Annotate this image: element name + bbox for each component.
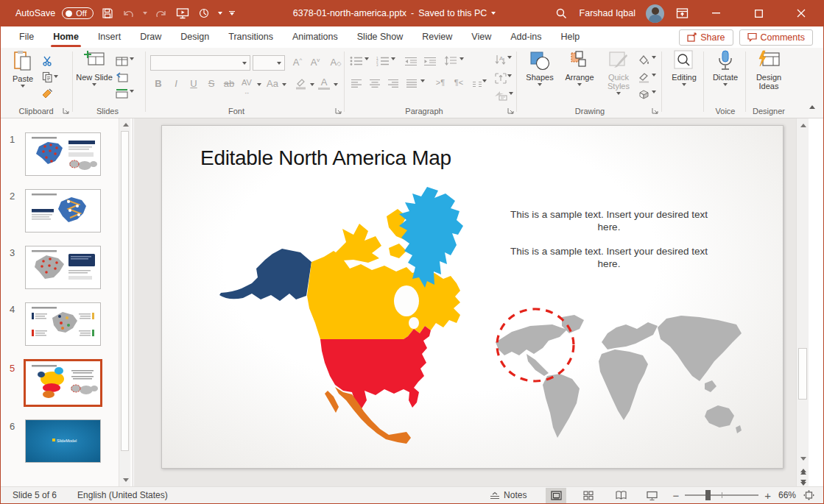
shapes-button[interactable]: Shapes <box>522 50 557 86</box>
zoom-in-button[interactable]: + <box>764 489 771 502</box>
shape-outline-dropdown-icon[interactable] <box>652 74 656 77</box>
sample-text-2[interactable]: This is a sample text. Insert your desir… <box>506 245 712 270</box>
map-alaska[interactable] <box>219 249 311 301</box>
start-from-beginning-icon[interactable] <box>175 6 190 21</box>
convert-smartart-icon[interactable] <box>493 88 509 103</box>
shrink-font-button[interactable]: Av <box>307 57 323 68</box>
numbering-dropdown-icon[interactable] <box>391 57 395 60</box>
undo-dropdown-icon[interactable] <box>143 12 147 15</box>
line-spacing-dropdown-icon[interactable] <box>459 57 464 60</box>
shadow-strike-button[interactable]: S <box>203 78 219 89</box>
zoom-slider-thumb[interactable] <box>705 490 711 500</box>
close-button[interactable] <box>785 0 817 26</box>
tab-design[interactable]: Design <box>171 27 219 47</box>
character-spacing-dropdown-icon[interactable] <box>257 83 261 86</box>
bullets-dropdown-icon[interactable] <box>365 57 369 60</box>
save-status-dropdown-icon[interactable] <box>491 12 496 15</box>
highlight-dropdown-icon[interactable] <box>310 83 314 86</box>
clipboard-dialog-launcher[interactable] <box>63 107 70 115</box>
slide-show-button[interactable] <box>641 488 662 503</box>
shape-effects-dropdown-icon[interactable] <box>652 90 656 93</box>
thumbnail-scrollbar-thumb[interactable] <box>121 131 129 451</box>
tab-slide-show[interactable]: Slide Show <box>348 27 413 47</box>
dictate-button[interactable]: Dictate <box>708 50 743 86</box>
font-dialog-launcher[interactable] <box>335 107 342 115</box>
format-painter-icon[interactable] <box>39 86 55 101</box>
save-icon[interactable] <box>100 6 115 21</box>
avatar[interactable] <box>646 4 664 23</box>
slide-layout-icon[interactable] <box>113 54 130 68</box>
underline-button[interactable]: U <box>186 78 202 89</box>
previous-slide-button[interactable] <box>797 466 809 477</box>
scrollbar-thumb[interactable] <box>798 348 807 400</box>
text-direction-dropdown-icon[interactable] <box>507 56 512 59</box>
tab-home[interactable]: Home <box>43 27 88 47</box>
search-icon[interactable] <box>554 6 569 21</box>
redo-icon[interactable] <box>154 6 169 21</box>
align-text-dropdown-icon[interactable] <box>507 74 512 77</box>
sample-text-1[interactable]: This is a sample text. Insert your desir… <box>506 208 712 233</box>
increase-indent-icon[interactable] <box>422 54 438 68</box>
shape-fill-dropdown-icon[interactable] <box>652 56 656 59</box>
tab-file[interactable]: File <box>10 27 43 47</box>
zoom-out-button[interactable]: − <box>672 489 679 502</box>
reset-slide-icon[interactable] <box>113 70 130 85</box>
change-case-button[interactable]: Aa <box>264 78 281 89</box>
copy-icon[interactable] <box>39 70 55 85</box>
rtl-direction-button[interactable]: ¶< <box>451 78 467 87</box>
font-name-combo[interactable] <box>150 55 250 71</box>
share-button[interactable]: Share <box>679 29 733 46</box>
numbering-icon[interactable]: 123 <box>375 54 391 68</box>
tab-view[interactable]: View <box>462 27 501 47</box>
paste-button[interactable]: Paste <box>8 50 38 88</box>
slide-indicator[interactable]: Slide 5 of 6 <box>13 490 57 500</box>
touch-mouse-mode-icon[interactable] <box>197 6 211 21</box>
world-map[interactable] <box>490 307 744 447</box>
bold-button[interactable]: B <box>150 78 166 89</box>
map-canada-island-4[interactable] <box>389 244 406 258</box>
collapse-ribbon-icon[interactable] <box>809 105 815 109</box>
bullets-icon[interactable] <box>348 54 365 68</box>
shape-fill-icon[interactable] <box>635 52 652 67</box>
tab-draw[interactable]: Draw <box>130 27 171 47</box>
arrange-button[interactable]: Arrange <box>562 50 597 86</box>
editing-button[interactable]: Editing <box>666 50 702 86</box>
copy-dropdown-icon[interactable] <box>54 75 58 78</box>
quick-styles-button[interactable]: Quick Styles <box>602 50 635 95</box>
italic-button[interactable]: I <box>168 78 184 89</box>
map-canada-arctic-islands[interactable] <box>335 224 381 263</box>
minimize-button[interactable] <box>700 0 732 26</box>
design-ideas-button[interactable]: Design Ideas <box>749 50 789 90</box>
slide-vertical-scrollbar[interactable] <box>796 118 809 486</box>
scroll-down-icon[interactable] <box>800 457 806 461</box>
justify-dropdown-icon[interactable] <box>420 79 425 82</box>
change-case-dropdown-icon[interactable] <box>282 83 286 86</box>
fit-slide-to-window-button[interactable] <box>803 490 814 500</box>
tab-help[interactable]: Help <box>552 27 590 47</box>
reading-view-button[interactable] <box>610 488 631 503</box>
cut-icon[interactable] <box>39 54 55 68</box>
paragraph-dialog-launcher[interactable] <box>507 107 515 115</box>
map-mexico[interactable] <box>335 387 411 444</box>
character-spacing-button[interactable]: AV↔ <box>239 78 255 96</box>
map-baja-california[interactable] <box>325 391 339 413</box>
align-center-icon[interactable] <box>367 76 383 90</box>
normal-view-button[interactable] <box>546 488 566 503</box>
shape-effects-icon[interactable] <box>635 87 652 102</box>
smartart-dropdown-icon[interactable] <box>509 92 513 95</box>
zoom-slider[interactable] <box>685 494 758 496</box>
font-size-combo[interactable] <box>253 55 285 71</box>
save-status[interactable]: Saved to this PC <box>418 8 487 18</box>
undo-icon[interactable] <box>122 6 136 21</box>
ltr-direction-button[interactable]: >¶ <box>432 78 448 87</box>
scroll-up-icon[interactable] <box>800 124 806 127</box>
align-text-icon[interactable] <box>493 71 509 85</box>
justify-icon[interactable] <box>404 76 420 90</box>
zoom-level[interactable]: 66% <box>778 490 796 500</box>
new-slide-button[interactable]: New Slide <box>77 50 111 86</box>
scroll-down-icon[interactable] <box>123 478 129 482</box>
thumbnail-panel-scrollbar[interactable] <box>119 118 130 486</box>
columns-dropdown-icon[interactable] <box>482 79 487 82</box>
highlight-color-icon[interactable] <box>292 76 309 90</box>
slide-sorter-view-button[interactable] <box>578 488 599 503</box>
